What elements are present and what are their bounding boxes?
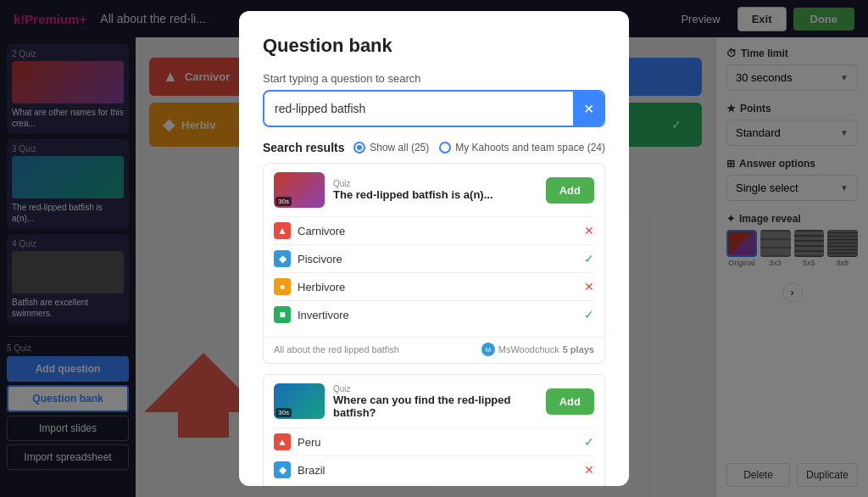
- result-2-answers: ▲ Peru ✓ ◆ Brazil ✕ ● Galapagos ✓ ■ All …: [264, 427, 604, 486]
- search-input[interactable]: [264, 93, 573, 124]
- result-1-type: Quiz: [333, 179, 537, 188]
- herbivore-text: Herbivore: [298, 281, 577, 293]
- answer-row-invertivore: ■ Invertivore ✓: [274, 300, 594, 328]
- add-result-1-button[interactable]: Add: [546, 177, 594, 204]
- radio-show-all[interactable]: Show all (25): [353, 142, 429, 154]
- answer-row-carnivore: ▲ Carnivore ✕: [274, 216, 594, 244]
- result-1-question: The red-lipped batfish is a(n)...: [333, 188, 537, 201]
- result-1-answers: ▲ Carnivore ✕ ◆ Piscivore ✓ ● Herbivore …: [264, 216, 604, 337]
- peru-correct-icon: ✓: [584, 435, 594, 449]
- radio-group: Show all (25) My Kahoots and team space …: [353, 142, 605, 154]
- result-2-thumb: 30s: [274, 383, 325, 419]
- modal-title: Question bank: [263, 35, 605, 57]
- answer-row-peru: ▲ Peru ✓: [274, 427, 594, 455]
- clear-search-button[interactable]: ✕: [573, 92, 604, 126]
- result-2-type: Quiz: [333, 384, 537, 394]
- herbivore-wrong-icon: ✕: [584, 280, 594, 293]
- meta-right-1: M MsWoodchuck 5 plays: [481, 343, 594, 356]
- piscivore-correct-icon: ✓: [584, 252, 594, 265]
- result-1-duration: 30s: [275, 197, 292, 206]
- radio-my-kahoots[interactable]: My Kahoots and team space (24): [439, 142, 605, 154]
- peru-text: Peru: [298, 436, 577, 449]
- meta-source-1: All about the red lipped batfish: [274, 344, 399, 355]
- result-2-duration: 30s: [275, 408, 292, 417]
- meta-plays-1: 5 plays: [563, 344, 594, 355]
- answer-icon-yellow: ●: [274, 278, 291, 295]
- answer-row-galapagos: ● Galapagos ✓: [274, 483, 594, 486]
- result-2-question: Where can you find the red-lipped batfis…: [333, 394, 537, 419]
- answer-icon-blue: ◆: [274, 250, 291, 267]
- question-bank-modal: Question bank Start typing a question to…: [239, 11, 629, 486]
- radio-label-2: My Kahoots and team space (24): [455, 142, 605, 154]
- result-2-info: Quiz Where can you find the red-lipped b…: [333, 384, 537, 419]
- brazil-text: Brazil: [298, 464, 577, 477]
- brazil-wrong-icon: ✕: [584, 463, 594, 477]
- invertivore-correct-icon: ✓: [584, 308, 594, 321]
- carnivore-wrong-icon: ✕: [584, 224, 594, 237]
- answer-row-piscivore: ◆ Piscivore ✓: [274, 244, 594, 272]
- meta-avatar-1: M: [481, 343, 495, 356]
- result-1-meta: All about the red lipped batfish M MsWoo…: [264, 337, 604, 363]
- radio-dot-2: [439, 142, 451, 154]
- results-title: Search results: [263, 141, 345, 154]
- results-header: Search results Show all (25) My Kahoots …: [263, 141, 605, 154]
- result-1-info: Quiz The red-lipped batfish is a(n)...: [333, 179, 537, 201]
- answer-icon-green: ■: [274, 306, 291, 323]
- answer-row-herbivore: ● Herbivore ✕: [274, 272, 594, 300]
- answer-icon-red: ▲: [274, 222, 291, 239]
- result-1-header: 30s Quiz The red-lipped batfish is a(n).…: [264, 164, 604, 216]
- invertivore-text: Invertivore: [298, 309, 577, 321]
- result-card-1: 30s Quiz The red-lipped batfish is a(n).…: [263, 163, 605, 364]
- piscivore-text: Piscivore: [298, 253, 577, 265]
- meta-left-1: All about the red lipped batfish: [274, 344, 399, 355]
- carnivore-text: Carnivore: [298, 225, 577, 237]
- radio-label-1: Show all (25): [370, 142, 429, 154]
- answer-row-brazil: ◆ Brazil ✕: [274, 455, 594, 483]
- result-1-thumb: 30s: [274, 172, 325, 208]
- radio-dot-1: [353, 142, 365, 154]
- modal-overlay: Question bank Start typing a question to…: [0, 0, 868, 497]
- answer-icon-red-2: ▲: [274, 433, 291, 450]
- answer-icon-blue-2: ◆: [274, 461, 291, 478]
- search-row: ✕: [263, 90, 605, 127]
- search-label: Start typing a question to search: [263, 72, 605, 85]
- result-card-2: 30s Quiz Where can you find the red-lipp…: [263, 374, 605, 486]
- result-2-header: 30s Quiz Where can you find the red-lipp…: [264, 375, 604, 427]
- add-result-2-button[interactable]: Add: [546, 388, 594, 415]
- meta-user-1: MsWoodchuck: [498, 344, 559, 355]
